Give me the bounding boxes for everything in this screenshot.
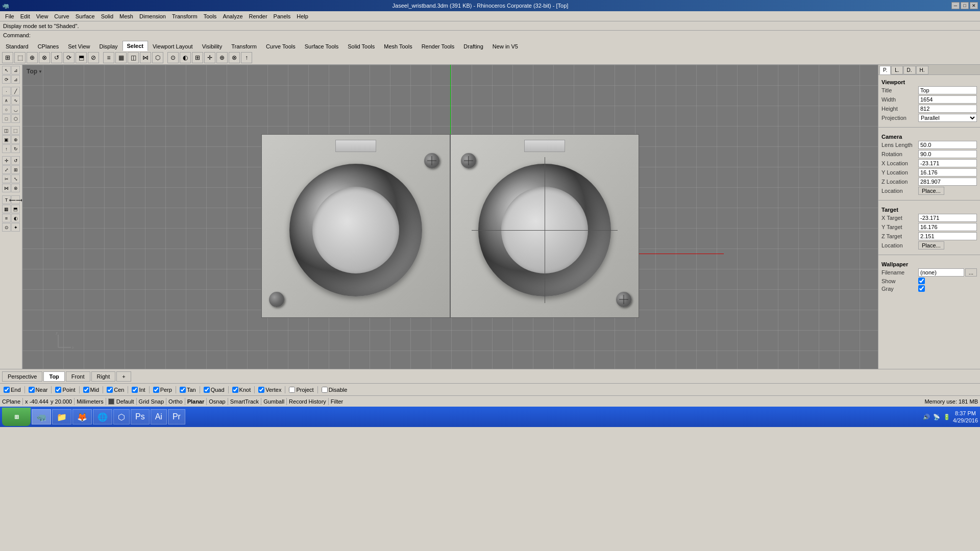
block-tool[interactable]: ⬒ xyxy=(11,205,20,213)
systray-icon[interactable]: 📡 xyxy=(933,413,941,421)
clock[interactable]: 8:37 PM4/29/2016 xyxy=(953,410,978,424)
menu-item-help[interactable]: Help xyxy=(293,12,311,20)
tab-viewport-layout[interactable]: Viewport Layout xyxy=(148,41,198,51)
osnap-perp[interactable]: Perp xyxy=(152,387,174,393)
tab-display[interactable]: Display xyxy=(94,41,122,51)
rp-tab-properties[interactable]: P. xyxy=(879,66,891,74)
osnap-mid[interactable]: Mid xyxy=(82,387,101,393)
start-button[interactable]: ⊞ xyxy=(2,408,31,426)
osnap-check-near[interactable] xyxy=(29,387,35,393)
smart-track-label[interactable]: SmartTrack xyxy=(230,398,259,405)
surface2-tool[interactable]: ⬚ xyxy=(11,126,20,135)
osnap-point[interactable]: Point xyxy=(54,387,77,393)
toolbar-button-12[interactable]: ⬡ xyxy=(152,52,163,63)
rotate-tool[interactable]: ↺ xyxy=(11,156,20,165)
polygon-tool[interactable]: ⬡ xyxy=(11,114,20,123)
toolbar-button-10[interactable]: ◫ xyxy=(128,52,139,63)
osnap-end[interactable]: End xyxy=(2,387,22,393)
rectangle-tool[interactable]: □ xyxy=(2,114,11,123)
ortho-label[interactable]: Ortho xyxy=(168,398,183,405)
record-history-label[interactable]: Record History xyxy=(289,398,326,405)
tab-set-view[interactable]: Set View xyxy=(63,41,94,51)
bottom-tab-front[interactable]: Front xyxy=(66,371,90,382)
light-tool[interactable]: ✦ xyxy=(11,223,20,232)
extrude-tool[interactable]: ↑ xyxy=(2,144,11,153)
planar-label[interactable]: Planar xyxy=(187,398,205,405)
toolbar-button-0[interactable]: ⊞ xyxy=(2,52,13,63)
toolbar-button-5[interactable]: ⟳ xyxy=(63,52,75,63)
lasso-options[interactable]: ⊿ xyxy=(11,75,20,84)
systray-icon[interactable]: 🔊 xyxy=(922,413,930,421)
toolbar-button-18[interactable]: ⊗ xyxy=(229,52,240,63)
add-viewport-button[interactable]: + xyxy=(116,371,131,382)
toolbar-button-13[interactable]: ⊙ xyxy=(167,52,179,63)
camera-tool[interactable]: ⊙ xyxy=(2,223,11,232)
menu-item-edit[interactable]: Edit xyxy=(17,12,33,20)
tab-standard[interactable]: Standard xyxy=(1,41,33,51)
tab-curve-tools[interactable]: Curve Tools xyxy=(261,41,300,51)
osnap-check-point[interactable] xyxy=(55,387,61,393)
bottom-tab-right[interactable]: Right xyxy=(91,371,116,382)
tab-cplanes[interactable]: CPlanes xyxy=(33,41,64,51)
projection-select[interactable]: Parallel Perspective xyxy=(918,114,977,122)
osnap-int[interactable]: Int xyxy=(130,387,146,393)
toolbar-button-11[interactable]: ⋈ xyxy=(140,52,151,63)
menu-item-view[interactable]: View xyxy=(33,12,52,20)
hatch-tool[interactable]: ▦ xyxy=(2,205,11,213)
toolbar-button-15[interactable]: ⊞ xyxy=(192,52,203,63)
tab-transform[interactable]: Transform xyxy=(227,41,261,51)
osnap-check-int[interactable] xyxy=(132,387,138,393)
mirror-tool[interactable]: ⊞ xyxy=(11,165,20,174)
toolbar-button-7[interactable]: ⊘ xyxy=(88,52,99,63)
circle-tool[interactable]: ○ xyxy=(2,105,11,114)
surface-tool[interactable]: ◫ xyxy=(2,126,11,135)
menu-item-curve[interactable]: Curve xyxy=(51,12,72,20)
osnap-check-end[interactable] xyxy=(4,387,10,393)
box-tool[interactable]: ▣ xyxy=(2,135,11,144)
toolbar-button-2[interactable]: ⊕ xyxy=(27,52,38,63)
tab-solid-tools[interactable]: Solid Tools xyxy=(343,41,379,51)
rp-tab-display[interactable]: D. xyxy=(903,66,916,74)
toolbar-button-19[interactable]: ↑ xyxy=(241,52,252,63)
viewport[interactable]: Top ▼ xyxy=(22,65,878,369)
minimize-button[interactable]: ─ xyxy=(951,2,960,9)
osnap-check-vertex[interactable] xyxy=(258,387,264,393)
trim-tool[interactable]: ✂ xyxy=(2,174,11,183)
bottom-tab-top[interactable]: Top xyxy=(43,371,64,382)
curve-tool[interactable]: ∿ xyxy=(11,96,20,105)
gray-checkbox[interactable] xyxy=(918,285,925,292)
gumball-label[interactable]: Gumball xyxy=(263,398,284,405)
layer-tool[interactable]: ≡ xyxy=(2,214,11,222)
grid-snap-label[interactable]: Grid Snap xyxy=(139,398,164,405)
osnap-knot[interactable]: Knot xyxy=(231,387,253,393)
lasso-tool[interactable]: ⟳ xyxy=(2,75,11,84)
menu-item-transform[interactable]: Transform xyxy=(169,12,201,20)
menu-item-solid[interactable]: Solid xyxy=(98,12,116,20)
tab-new-in-v5[interactable]: New in V5 xyxy=(488,41,523,51)
osnap-check-project[interactable] xyxy=(289,387,295,393)
toolbar-button-1[interactable]: ⬚ xyxy=(14,52,26,63)
dim-tool[interactable]: ⟵⟶ xyxy=(11,195,20,204)
filter-label[interactable]: Filter xyxy=(331,398,343,405)
sphere-tool[interactable]: ⊕ xyxy=(11,135,20,144)
scale-tool[interactable]: ⤢ xyxy=(2,165,11,174)
osnap-check-quad[interactable] xyxy=(204,387,210,393)
point-tool[interactable]: · xyxy=(2,87,11,95)
close-button[interactable]: ✕ xyxy=(970,2,978,9)
restore-button[interactable]: □ xyxy=(961,2,969,9)
tab-surface-tools[interactable]: Surface Tools xyxy=(300,41,343,51)
osnap-near[interactable]: Near xyxy=(27,387,50,393)
taskbar-app-illustrator[interactable]: Ai xyxy=(151,409,167,424)
menu-item-file[interactable]: File xyxy=(2,12,17,20)
join-tool[interactable]: ⋈ xyxy=(2,184,11,192)
menu-item-render[interactable]: Render xyxy=(246,12,271,20)
menu-item-analyze[interactable]: Analyze xyxy=(219,12,246,20)
place-camera-button[interactable]: Place... xyxy=(918,187,944,195)
polyline-tool[interactable]: ∧ xyxy=(2,96,11,105)
menu-item-tools[interactable]: Tools xyxy=(201,12,220,20)
osnap-check-perp[interactable] xyxy=(153,387,159,393)
toolbar-button-14[interactable]: ◐ xyxy=(180,52,191,63)
toolbar-button-17[interactable]: ⊕ xyxy=(216,52,228,63)
osnap-quad[interactable]: Quad xyxy=(202,387,226,393)
show-checkbox[interactable] xyxy=(918,278,925,284)
